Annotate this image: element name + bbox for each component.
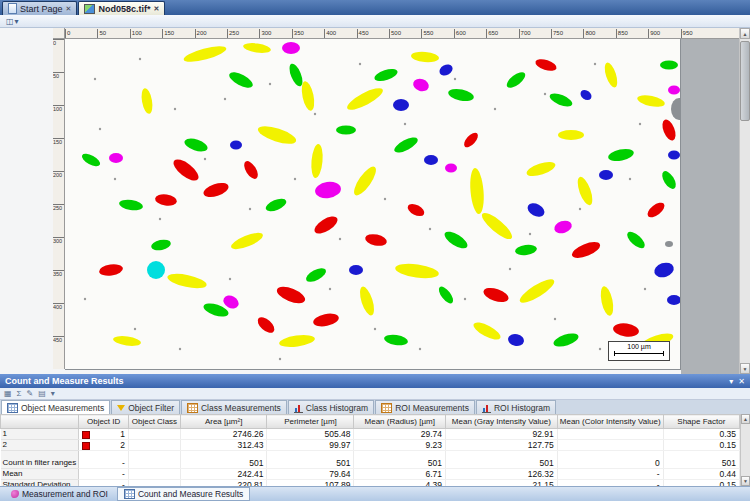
tab-label: Object Filter (128, 403, 174, 413)
column-header-object-class[interactable]: Object Class (128, 415, 180, 429)
table-scroll-up-icon[interactable]: ▲ (741, 414, 750, 424)
results-table-icon (124, 489, 135, 499)
tab-roi-histogram[interactable]: ROI Histogram (476, 400, 556, 414)
tab-close-icon[interactable]: ✕ (153, 5, 159, 12)
results-table-container: Object IDObject ClassArea [µm²]Perimeter… (0, 414, 740, 486)
cell: - (79, 458, 129, 469)
ruler-label: 750 (551, 29, 563, 38)
ruler-label: 250 (227, 29, 239, 38)
ruler-label: 100 (53, 105, 64, 112)
ruler-label: 150 (162, 29, 174, 38)
column-header-object-id[interactable]: Object ID (79, 415, 129, 429)
cell (128, 451, 180, 459)
tab-label: Measurement and ROI (22, 489, 108, 499)
ruler-label: 350 (53, 270, 64, 277)
ruler-label: 600 (454, 29, 466, 38)
cell (128, 440, 180, 451)
cell: 2 (79, 440, 129, 451)
table-row[interactable]: Count in filter ranges-5015015015010501 (1, 458, 740, 469)
tab-label: Object Measurements (21, 403, 104, 413)
object-color-swatch (82, 442, 90, 450)
statusbar-tab-measurement-and-roi[interactable]: Measurement and ROI (4, 487, 115, 501)
scale-bar-line (614, 351, 664, 356)
ruler-label: 400 (53, 303, 64, 310)
table-spacer-row (1, 451, 740, 459)
cell: - (79, 469, 129, 480)
specimen-image[interactable]: 100 µm (65, 39, 681, 370)
table-scrollbar[interactable]: ▲ ▼ (740, 414, 750, 486)
tab-roi-measurements[interactable]: ROI Measurements (375, 400, 475, 414)
row-header: 2 (1, 440, 79, 451)
statusbar-tab-count-and-measure-results[interactable]: Count and Measure Results (117, 487, 250, 501)
cell: 127.75 (445, 440, 557, 451)
panel-menu-icon[interactable]: ▾ (729, 377, 733, 386)
tab-label: Nod058c.tif* (98, 4, 150, 14)
tab-close-icon[interactable]: ✕ (66, 5, 72, 12)
vertical-ruler: 050100150200250300350400450500 (53, 39, 65, 369)
statistics-icon[interactable]: Σ (16, 389, 23, 399)
ruler-label: 0 (65, 29, 70, 38)
cell (128, 458, 180, 469)
scroll-down-icon[interactable]: ▼ (740, 363, 750, 374)
tab-label: Class Histogram (306, 403, 368, 413)
tab-object-measurements[interactable]: Object Measurements (1, 400, 110, 414)
table-row[interactable]: Mean-242.4179.646.71126.32-0.44 (1, 469, 740, 480)
ruler-label: 50 (97, 29, 106, 38)
table-row[interactable]: 112746.26505.4829.7492.910.35 (1, 429, 740, 440)
export-icon[interactable]: ▤ (37, 389, 47, 399)
table-row[interactable]: 22312.4399.979.23127.750.15 (1, 440, 740, 451)
table-blue-icon (7, 403, 18, 413)
scale-bar-label: 100 µm (609, 342, 669, 351)
tab-label: Start Page (20, 4, 63, 14)
ruler-label: 700 (519, 29, 531, 38)
row-header: 1 (1, 429, 79, 440)
panel-close-icon[interactable]: ✕ (738, 377, 745, 386)
document-tab-start-page[interactable]: Start Page✕ (2, 1, 77, 15)
cell: 1 (79, 429, 129, 440)
cell: 501 (267, 458, 354, 469)
cell: 29.74 (354, 429, 445, 440)
ruler-label: 50 (53, 72, 64, 79)
tab-class-measurements[interactable]: Class Measurements (181, 400, 287, 414)
tab-label: ROI Measurements (395, 403, 469, 413)
cell: 501 (445, 458, 557, 469)
scrollbar-thumb[interactable] (740, 41, 750, 121)
ruler-label: 500 (389, 29, 401, 38)
tab-class-histogram[interactable]: Class Histogram (288, 400, 374, 414)
column-header-mean-color-intensity-value[interactable]: Mean (Color Intensity Value) (557, 415, 663, 429)
column-header-perimeter-m[interactable]: Perimeter [µm] (267, 415, 354, 429)
cell: - (557, 469, 663, 480)
cell: 0 (557, 458, 663, 469)
cell: 99.97 (267, 440, 354, 451)
vertical-scrollbar[interactable]: ▲ ▼ (739, 28, 750, 374)
tool-glyph: ◫ (6, 17, 14, 26)
options-icon[interactable]: ▾ (50, 389, 56, 399)
column-header-shape-factor[interactable]: Shape Factor (663, 415, 739, 429)
cell (267, 451, 354, 459)
cell: 0.35 (663, 429, 739, 440)
magnification-tool-icon[interactable]: ◫▾ (3, 15, 22, 28)
cell (128, 469, 180, 480)
results-panel-title: Count and Measure Results (5, 376, 124, 386)
scroll-up-icon[interactable]: ▲ (740, 28, 750, 39)
results-panel-header: Count and Measure Results ▾ ✕ (0, 374, 750, 388)
ruler-label: 550 (421, 29, 433, 38)
column-header-area-m[interactable]: Area [µm²] (180, 415, 267, 429)
table-orange-icon (187, 403, 198, 413)
cell: 2746.26 (180, 429, 267, 440)
tab-object-filter[interactable]: Object Filter (111, 400, 180, 414)
table-scroll-down-icon[interactable]: ▼ (741, 476, 750, 486)
column-header-mean-gray-intensity-value[interactable]: Mean (Gray Intensity Value) (445, 415, 557, 429)
edit-icon[interactable]: ✎ (26, 389, 35, 399)
document-tab-nod058c-tif[interactable]: Nod058c.tif*✕ (78, 1, 165, 15)
cell (354, 451, 445, 459)
horizontal-ruler: 0501001502002503003504004505005506006507… (65, 28, 739, 39)
image-viewer[interactable]: 0501001502002503003504004505005506006507… (0, 28, 739, 374)
filter-icon (117, 405, 125, 411)
column-header-mean-radius-m[interactable]: Mean (Radius) [µm] (354, 415, 445, 429)
start-page-icon (8, 3, 17, 14)
results-table: Object IDObject ClassArea [µm²]Perimeter… (0, 414, 740, 486)
cell: 312.43 (180, 440, 267, 451)
select-columns-icon[interactable]: ▦ (3, 389, 13, 399)
ruler-label: 900 (648, 29, 660, 38)
